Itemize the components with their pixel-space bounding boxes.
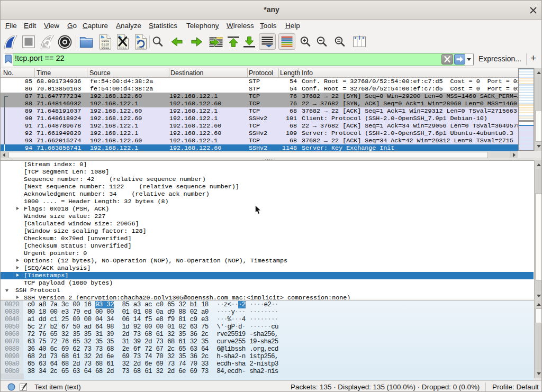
svg-text:0011: 0011	[119, 46, 127, 50]
svg-text:0011: 0011	[102, 46, 110, 50]
